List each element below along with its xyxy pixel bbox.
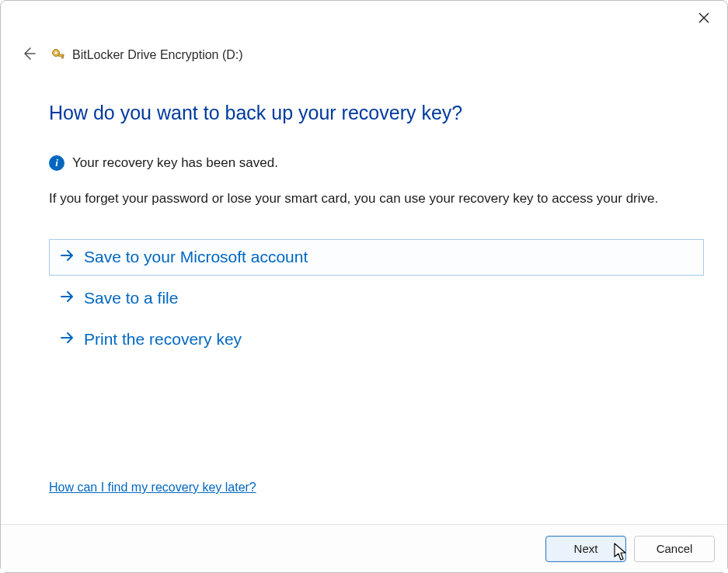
back-button[interactable] [18,44,40,66]
info-text: Your recovery key has been saved. [72,155,278,171]
option-save-file[interactable]: Save to a file [49,280,704,317]
option-label: Save to your Microsoft account [84,248,308,266]
explain-text: If you forget your password or lose your… [49,189,704,208]
footer: Next Cancel [1,524,727,572]
option-label: Save to a file [84,289,178,307]
svg-rect-3 [62,56,64,58]
close-button[interactable] [691,7,716,32]
arrow-right-icon [59,330,75,349]
back-arrow-icon [21,46,37,64]
help-link[interactable]: How can I find my recovery key later? [49,481,256,495]
content-area: How do you want to back up your recovery… [49,102,704,363]
arrow-right-icon [59,289,75,308]
option-save-microsoft-account[interactable]: Save to your Microsoft account [49,239,704,276]
info-icon: i [49,155,64,171]
title-row: BitLocker Drive Encryption (D:) [51,47,243,63]
info-line: i Your recovery key has been saved. [49,155,704,171]
page-heading: How do you want to back up your recovery… [49,102,704,124]
header: BitLocker Drive Encryption (D:) [18,44,243,66]
svg-point-1 [54,51,57,54]
next-button[interactable]: Next [545,536,626,562]
arrow-right-icon [59,248,75,267]
option-print-key[interactable]: Print the recovery key [49,321,704,358]
dialog-window: BitLocker Drive Encryption (D:) How do y… [0,0,728,573]
cancel-button-label: Cancel [657,542,693,555]
cancel-button[interactable]: Cancel [634,536,715,562]
window-title: BitLocker Drive Encryption (D:) [72,48,243,62]
options-list: Save to your Microsoft account Save to a… [49,239,704,363]
next-button-label: Next [574,542,598,555]
option-label: Print the recovery key [84,330,242,349]
bitlocker-key-icon [51,47,66,63]
close-icon [698,12,710,27]
